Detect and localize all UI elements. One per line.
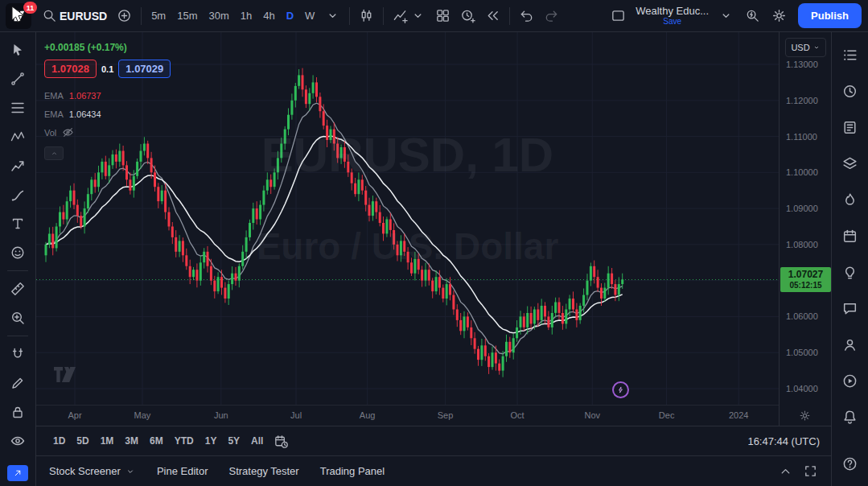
interval-15m[interactable]: 15m bbox=[171, 6, 203, 26]
y-tick: 1.06000 bbox=[786, 311, 818, 321]
layers-button[interactable] bbox=[834, 147, 866, 179]
chevron-down-icon bbox=[410, 8, 426, 23]
layout-button[interactable] bbox=[606, 4, 631, 27]
indicator-label: Vol bbox=[44, 128, 56, 138]
interval-5m[interactable]: 5m bbox=[146, 6, 171, 26]
divider bbox=[141, 7, 142, 25]
quick-arrow-button[interactable] bbox=[7, 465, 28, 481]
fib-tool-button[interactable] bbox=[2, 93, 33, 122]
range-all-button[interactable]: All bbox=[245, 431, 269, 451]
undo-button[interactable] bbox=[514, 4, 539, 27]
scale-settings-gear-icon[interactable] bbox=[799, 410, 811, 422]
utc-clock: 16:47:44 (UTC) bbox=[747, 435, 820, 447]
interval-W[interactable]: W bbox=[299, 6, 320, 26]
play-icon bbox=[841, 373, 858, 389]
range-5y-button[interactable]: 5Y bbox=[222, 431, 245, 451]
indicator-row-volume[interactable]: Vol bbox=[44, 123, 171, 142]
watchlist-button[interactable] bbox=[834, 39, 866, 71]
replay-rewind-icon bbox=[485, 8, 500, 23]
person-button[interactable] bbox=[834, 328, 866, 360]
tab-strategy-tester[interactable]: Strategy Tester bbox=[228, 465, 298, 477]
x-tick: Sep bbox=[438, 410, 454, 420]
range-5d-button[interactable]: 5D bbox=[71, 431, 94, 451]
magnet-tool-button[interactable] bbox=[2, 340, 33, 369]
panel-maximize-button[interactable] bbox=[803, 463, 818, 479]
tab-stock-screener[interactable]: Stock Screener bbox=[49, 465, 136, 477]
calendar-button[interactable] bbox=[834, 220, 866, 252]
legend-collapse-button[interactable] bbox=[44, 146, 64, 160]
indicator-row-ema1[interactable]: EMA 1.06737 bbox=[44, 86, 171, 105]
text-icon bbox=[10, 216, 26, 232]
forecast-tool-button[interactable] bbox=[2, 151, 33, 180]
brush-tool-button[interactable] bbox=[2, 180, 33, 209]
interval-30m[interactable]: 30m bbox=[203, 6, 234, 26]
go-to-date-button[interactable] bbox=[274, 434, 289, 449]
interval-menu-button[interactable] bbox=[320, 4, 345, 27]
save-layout-button[interactable]: Wealthy Educ... Save bbox=[632, 6, 712, 26]
x-tick: Nov bbox=[585, 410, 601, 420]
idea-button[interactable] bbox=[834, 256, 866, 288]
layout-menu-button[interactable] bbox=[714, 4, 738, 27]
settings-button[interactable] bbox=[767, 4, 792, 27]
chevron-down-icon bbox=[125, 466, 136, 477]
redo-button[interactable] bbox=[539, 4, 564, 27]
cursor-tool-button[interactable] bbox=[2, 35, 33, 64]
interval-4h[interactable]: 4h bbox=[257, 6, 280, 26]
emoji-tool-button[interactable] bbox=[2, 238, 33, 267]
lock-tool-button[interactable] bbox=[2, 397, 33, 426]
indicator-templates-button[interactable] bbox=[430, 4, 455, 27]
chart-plot[interactable]: EURUSD, 1D Euro / U.S. Dollar +0.00185 (… bbox=[36, 32, 779, 405]
range-1m-button[interactable]: 1M bbox=[95, 431, 120, 451]
sell-button[interactable]: 1.07028 bbox=[44, 60, 97, 78]
chart-type-button[interactable] bbox=[354, 4, 379, 27]
tab-pine-editor[interactable]: Pine Editor bbox=[157, 465, 208, 477]
range-ytd-button[interactable]: YTD bbox=[169, 431, 200, 451]
eye-tool-button[interactable] bbox=[2, 426, 33, 455]
spread-value: 0.1 bbox=[101, 64, 113, 74]
measure-tool-button[interactable] bbox=[2, 274, 33, 303]
range-list: 1D5D1M3M6MYTD1Y5YAll bbox=[47, 431, 269, 451]
panel-right-icons bbox=[778, 463, 818, 479]
range-1y-button[interactable]: 1Y bbox=[200, 431, 223, 451]
buy-button[interactable]: 1.07029 bbox=[118, 60, 171, 78]
chart-area: EURUSD, 1D Euro / U.S. Dollar +0.00185 (… bbox=[36, 32, 831, 486]
range-1d-button[interactable]: 1D bbox=[47, 431, 71, 451]
tab-trading-panel[interactable]: Trading Panel bbox=[320, 465, 385, 477]
news-button[interactable] bbox=[834, 111, 866, 143]
zoom-icon bbox=[10, 310, 26, 326]
range-6m-button[interactable]: 6M bbox=[144, 431, 169, 451]
interval-1h[interactable]: 1h bbox=[235, 6, 257, 26]
indicator-row-ema2[interactable]: EMA 1.06434 bbox=[44, 105, 171, 123]
text-tool-button[interactable] bbox=[2, 209, 33, 238]
compare-add-button[interactable] bbox=[112, 4, 137, 27]
quick-search-button[interactable] bbox=[740, 4, 765, 27]
arrow-icon bbox=[12, 467, 23, 479]
help-button[interactable] bbox=[834, 447, 866, 480]
create-alert-button[interactable] bbox=[455, 4, 480, 27]
economic-event-icon[interactable] bbox=[612, 381, 629, 398]
range-3m-button[interactable]: 3M bbox=[119, 431, 144, 451]
indicators-button[interactable] bbox=[388, 4, 430, 27]
alerts-button[interactable] bbox=[834, 75, 866, 107]
bell-button[interactable] bbox=[834, 401, 866, 433]
symbol-search-button[interactable]: EURUSD bbox=[37, 4, 112, 27]
y-tick: 1.11000 bbox=[786, 132, 817, 142]
interval-D[interactable]: D bbox=[281, 6, 299, 26]
play-button[interactable] bbox=[834, 364, 866, 397]
interval-list: 5m15m30m1h4hDW bbox=[146, 6, 320, 26]
zoom-tool-button[interactable] bbox=[2, 303, 33, 332]
pencil-tool-button[interactable] bbox=[2, 369, 33, 397]
trend-line-tool-button[interactable] bbox=[2, 64, 33, 93]
price-scale[interactable]: USD 1.130001.120001.110001.100001.090001… bbox=[779, 32, 831, 426]
bar-replay-button[interactable] bbox=[480, 4, 505, 27]
panel-collapse-button[interactable] bbox=[778, 463, 793, 479]
publish-button[interactable]: Publish bbox=[798, 3, 862, 28]
chart-legend: +0.00185 (+0.17%) 1.07028 0.1 1.07029 EM… bbox=[44, 42, 171, 160]
flame-button[interactable] bbox=[834, 183, 866, 216]
pattern-tool-button[interactable] bbox=[2, 122, 33, 151]
redo-icon bbox=[544, 8, 559, 23]
time-axis[interactable]: AprMayJunJulAugSepOctNovDec2024 bbox=[36, 405, 779, 426]
chat-button[interactable] bbox=[834, 292, 866, 324]
currency-dropdown[interactable]: USD bbox=[785, 38, 826, 57]
candles-icon bbox=[359, 8, 374, 23]
